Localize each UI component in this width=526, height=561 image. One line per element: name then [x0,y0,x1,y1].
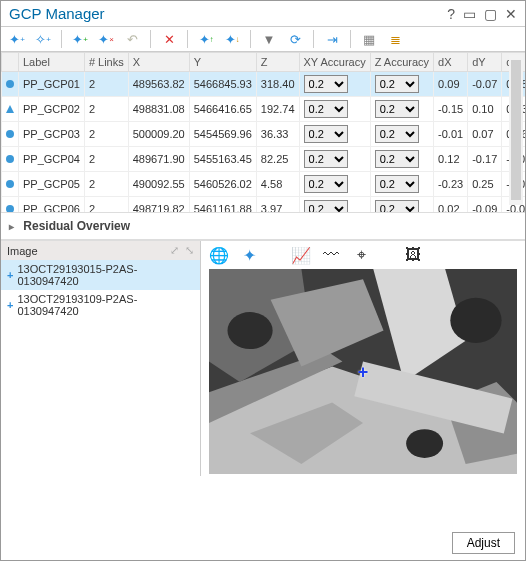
gcp-table: Label# LinksXYZXY AccuracyZ AccuracydXdY… [1,52,525,212]
image-list-item[interactable]: +13OCT29193109-P2AS-0130947420 [1,290,200,320]
delete-icon[interactable]: ✕ [159,29,179,49]
cell: 0.2 [370,147,433,172]
col-header[interactable]: Label [19,53,85,72]
z-accuracy-select[interactable]: 0.2 [375,75,419,93]
residual-overview-header[interactable]: Residual Overview [1,212,525,240]
viewer-panel: 🌐 ✦ 📈 〰 ⌖ 🖼 + [201,241,525,476]
cell: 489671.90 [128,147,189,172]
options-icon[interactable]: ≣ [385,29,405,49]
col-header[interactable]: Y [189,53,256,72]
cell: 3.97 [256,197,299,213]
measure-icon[interactable]: ⇥ [322,29,342,49]
grid-scrollbar[interactable] [509,55,523,205]
image-tool1-icon[interactable]: ⤢ [170,244,179,257]
add-gcp2-icon[interactable]: ✧+ [33,29,53,49]
cell: 0.2 [299,147,370,172]
undo-icon[interactable]: ↶ [122,29,142,49]
cell: 82.25 [256,147,299,172]
col-header[interactable] [2,53,19,72]
cell: 498719.82 [128,197,189,213]
table-row[interactable]: PP_GCP042489671.905455163.4582.250.20.20… [2,147,526,172]
cell [2,172,19,197]
tool-icon[interactable]: ⌖ [351,245,371,265]
move-down-icon[interactable]: ✦↓ [222,29,242,49]
help-icon[interactable]: ? [447,6,455,22]
image-list-item[interactable]: +13OCT29193015-P2AS-0130947420 [1,260,200,290]
z-accuracy-select[interactable]: 0.2 [375,150,419,168]
cell [2,97,19,122]
cell: 5460526.02 [189,172,256,197]
chart-icon[interactable]: 📈 [291,245,311,265]
col-header[interactable]: Z [256,53,299,72]
viewer-toolbar: 🌐 ✦ 📈 〰 ⌖ 🖼 [201,241,525,269]
z-accuracy-select[interactable]: 0.2 [375,125,419,143]
link-add-icon[interactable]: ✦+ [70,29,90,49]
curve-icon[interactable]: 〰 [321,245,341,265]
cell: 5461161.88 [189,197,256,213]
cell: 498831.08 [128,97,189,122]
cell: 5466845.93 [189,72,256,97]
refresh-icon[interactable]: ⟳ [285,29,305,49]
gcp-table-wrap: Label# LinksXYZXY AccuracyZ AccuracydXdY… [1,52,525,212]
maximize-icon[interactable]: ▢ [484,6,497,22]
image-list: +13OCT29193015-P2AS-0130947420+13OCT2919… [1,260,200,476]
image-tool2-icon[interactable]: ⤡ [185,244,194,257]
col-header[interactable]: Z Accuracy [370,53,433,72]
cell: -0.07 [468,72,502,97]
crosshair-icon[interactable]: ✦ [239,245,259,265]
col-header[interactable]: X [128,53,189,72]
table-row[interactable]: PP_GCP052490092.555460526.024.580.20.2-0… [2,172,526,197]
svg-point-11 [406,429,443,458]
link-remove-icon[interactable]: ✦× [96,29,116,49]
xy-accuracy-select[interactable]: 0.2 [304,125,348,143]
footer: Adjust [452,532,515,554]
cell: -0.15 [434,97,468,122]
cell: 5454569.96 [189,122,256,147]
globe-icon[interactable]: 🌐 [209,245,229,265]
table-row[interactable]: PP_GCP032500009.205454569.9636.330.20.2-… [2,122,526,147]
cell: -0.09 [468,197,502,213]
residual-overview-label: Residual Overview [23,219,130,233]
z-accuracy-select[interactable]: 0.2 [375,175,419,193]
row-marker-icon [6,180,14,188]
z-accuracy-select[interactable]: 0.2 [375,200,419,212]
window-title: GCP Manager [9,5,105,22]
close-icon[interactable]: ✕ [505,6,517,22]
cell: 318.40 [256,72,299,97]
z-accuracy-select[interactable]: 0.2 [375,100,419,118]
lower-panel: Image ⤢ ⤡ +13OCT29193015-P2AS-0130947420… [1,240,525,476]
aerial-view[interactable]: + [209,269,517,474]
xy-accuracy-select[interactable]: 0.2 [304,100,348,118]
cell: 500009.20 [128,122,189,147]
col-header[interactable]: XY Accuracy [299,53,370,72]
table-row[interactable]: PP_GCP012489563.825466845.93318.400.20.2… [2,72,526,97]
cell: 2 [84,72,128,97]
cell: 2 [84,197,128,213]
xy-accuracy-select[interactable]: 0.2 [304,150,348,168]
minimize-icon[interactable]: ▭ [463,6,476,22]
cell [2,72,19,97]
xy-accuracy-select[interactable]: 0.2 [304,175,348,193]
col-header[interactable]: dY [468,53,502,72]
cell: 192.74 [256,97,299,122]
col-header[interactable]: # Links [84,53,128,72]
xy-accuracy-select[interactable]: 0.2 [304,75,348,93]
adjust-button[interactable]: Adjust [452,532,515,554]
image-name: 13OCT29193109-P2AS-0130947420 [17,293,194,317]
image-panel-title: Image [7,245,38,257]
image-icon[interactable]: 🖼 [403,245,423,265]
cell: 2 [84,122,128,147]
cell: 0.2 [299,172,370,197]
table-row[interactable]: PP_GCP022498831.085466416.65192.740.20.2… [2,97,526,122]
col-header[interactable]: dX [434,53,468,72]
xy-accuracy-select[interactable]: 0.2 [304,200,348,212]
table-icon[interactable]: ▦ [359,29,379,49]
cell: 2 [84,97,128,122]
add-gcp-icon[interactable]: ✦+ [7,29,27,49]
filter-icon[interactable]: ▼ [259,29,279,49]
cell: 0.2 [370,197,433,213]
table-row[interactable]: PP_GCP062498719.825461161.883.970.20.20.… [2,197,526,213]
plus-icon: + [7,269,13,281]
cell: 0.10 [468,97,502,122]
move-up-icon[interactable]: ✦↑ [196,29,216,49]
